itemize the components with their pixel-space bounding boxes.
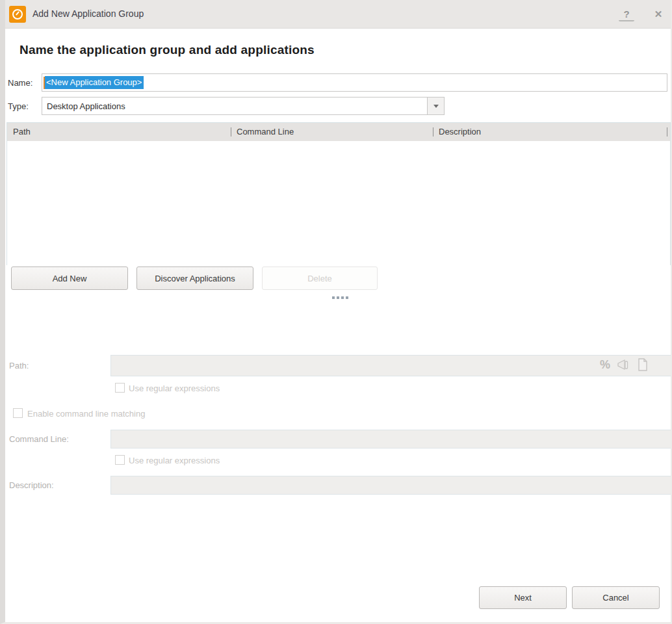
window-title: Add New Application Group [32, 8, 144, 19]
applications-table: Path Command Line Description [6, 122, 671, 265]
command-line-label: Command Line: [9, 434, 69, 444]
help-icon[interactable]: ? [619, 7, 634, 21]
path-input [110, 355, 671, 376]
applications-table-header: Path Command Line Description [7, 123, 670, 141]
close-icon[interactable]: ✕ [651, 8, 666, 21]
file-icon [636, 358, 649, 372]
chevron-down-icon [433, 105, 439, 108]
path-label: Path: [9, 361, 29, 370]
dropdown-arrow-button[interactable] [427, 98, 444, 114]
name-label: Name: [8, 78, 32, 88]
enable-command-line-matching-label: Enable command line matching [27, 409, 145, 419]
column-header-description[interactable]: Description [433, 123, 666, 141]
path-use-regex-label: Use regular expressions [129, 384, 220, 393]
name-selected-text: <New Application Group> [45, 76, 144, 89]
type-dropdown-value: Desktop Applications [47, 101, 125, 111]
megaphone-icon [616, 358, 630, 372]
titlebar: Add New Application Group ? ✕ [0, 0, 672, 29]
cancel-button[interactable]: Cancel [572, 586, 660, 609]
page-title: Name the application group and add appli… [19, 43, 315, 57]
column-header-path[interactable]: Path [7, 123, 231, 141]
add-new-button[interactable]: Add New [11, 266, 128, 290]
applications-table-body[interactable] [7, 141, 670, 266]
path-use-regex-checkbox [115, 383, 125, 393]
app-logo-icon [9, 6, 26, 23]
description-label: Description: [9, 480, 54, 490]
path-field-icons: % [600, 358, 649, 372]
command-line-use-regex-label: Use regular expressions [129, 456, 220, 465]
column-end-separator [666, 123, 670, 141]
delete-button: Delete [262, 266, 378, 290]
next-button[interactable]: Next [479, 586, 567, 609]
add-new-application-group-dialog: Add New Application Group ? ✕ Name the a… [0, 0, 672, 624]
enable-command-line-matching-checkbox [13, 408, 23, 418]
column-header-command-line[interactable]: Command Line [231, 123, 433, 141]
name-input[interactable]: <New Application Group> [42, 73, 667, 92]
command-line-use-regex-checkbox [115, 455, 125, 465]
splitter-handle[interactable] [324, 294, 356, 301]
discover-applications-button[interactable]: Discover Applications [136, 266, 253, 290]
percent-icon: % [600, 358, 610, 372]
description-input [110, 476, 671, 495]
type-dropdown[interactable]: Desktop Applications [42, 97, 445, 115]
type-label: Type: [8, 101, 29, 111]
command-line-input [110, 430, 671, 448]
